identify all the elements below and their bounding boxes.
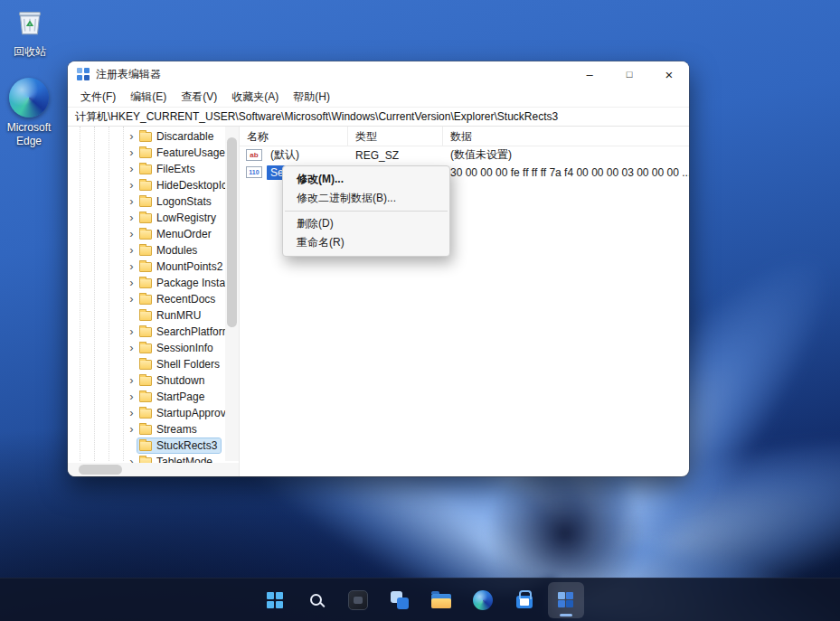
tree-item-label: SessionInfo — [156, 342, 213, 354]
tree-item[interactable]: StartupApprove — [68, 405, 225, 421]
taskbar-store-button[interactable] — [506, 582, 543, 618]
edge-icon — [9, 78, 49, 118]
desktop-icon-microsoft-edge[interactable]: Microsoft Edge — [0, 78, 61, 148]
menu-item[interactable]: 帮助(H) — [286, 88, 337, 107]
address-bar[interactable]: 计算机\HKEY_CURRENT_USER\Software\Microsoft… — [68, 107, 689, 127]
tree-item-label: LowRegistry — [156, 212, 216, 224]
chevron-right-icon[interactable] — [126, 181, 137, 190]
tree-item[interactable]: SearchPlatform — [68, 324, 225, 340]
scrollbar-thumb[interactable] — [79, 465, 122, 475]
menu-item[interactable]: 文件(F) — [73, 88, 123, 107]
tree-item[interactable]: FeatureUsage — [68, 145, 225, 161]
tree-item-label: Discardable — [156, 130, 213, 143]
chevron-right-icon[interactable] — [126, 246, 137, 255]
title-bar[interactable]: 注册表编辑器 — [68, 61, 689, 87]
context-menu-item[interactable]: 修改二进制数据(B)... — [283, 189, 449, 208]
tree-item-label: FeatureUsage — [156, 146, 225, 159]
context-menu-item[interactable] — [285, 211, 448, 212]
menu-item[interactable]: 收藏夹(A) — [224, 88, 286, 107]
folder-icon — [139, 343, 152, 353]
folder-icon — [139, 230, 152, 240]
folder-icon — [139, 327, 152, 337]
tree-item[interactable]: Streams — [68, 421, 225, 438]
scrollbar-corner — [225, 463, 239, 476]
menu-item[interactable]: 查看(V) — [174, 88, 224, 107]
close-button[interactable] — [649, 61, 689, 87]
scrollbar-thumb[interactable] — [227, 137, 237, 327]
context-menu-item[interactable]: 修改(M)... — [283, 170, 449, 189]
column-header-name[interactable]: 名称 — [240, 127, 348, 146]
regedit-app-icon — [77, 68, 90, 80]
tree-item-label: StartupApprove — [156, 407, 225, 419]
taskbar-registry-editor-button[interactable] — [548, 582, 584, 618]
tree-item[interactable]: Shutdown — [68, 372, 225, 389]
chevron-right-icon[interactable] — [126, 278, 137, 287]
taskbar — [0, 578, 840, 621]
tree-item[interactable]: Shell Folders — [68, 356, 225, 372]
microsoft-store-icon — [516, 596, 533, 608]
desktop-icon-recycle-bin[interactable]: 回收站 — [0, 5, 61, 59]
chevron-right-icon[interactable] — [126, 425, 137, 434]
menu-bar: 文件(F) 编辑(E) 查看(V) 收藏夹(A) 帮助(H) — [68, 87, 689, 107]
tree-item[interactable]: MenuOrder — [68, 226, 225, 242]
tree-item[interactable]: Package Installa — [68, 275, 225, 291]
chevron-right-icon[interactable] — [126, 262, 137, 271]
tree-item-label: Package Installa — [156, 277, 225, 289]
tree-item[interactable]: RunMRU — [68, 307, 225, 324]
tree-item[interactable]: StartPage — [68, 389, 225, 405]
file-explorer-icon — [431, 594, 451, 608]
folder-icon — [139, 311, 152, 321]
taskbar-search-button[interactable] — [298, 582, 335, 618]
edge-icon — [473, 590, 493, 610]
value-type-icon — [246, 149, 262, 161]
tree-item-label: LogonStats — [156, 195, 212, 208]
taskbar-edge-button[interactable] — [465, 582, 501, 618]
context-menu-item[interactable]: 删除(D) — [283, 214, 449, 233]
start-button[interactable] — [257, 582, 293, 618]
tree-item[interactable]: MountPoints2 — [68, 259, 225, 275]
chevron-right-icon[interactable] — [126, 230, 137, 239]
taskbar-file-explorer-button[interactable] — [423, 582, 459, 618]
chevron-right-icon[interactable] — [126, 197, 137, 206]
chevron-right-icon[interactable] — [126, 343, 137, 353]
chevron-right-icon[interactable] — [126, 376, 137, 385]
value-row[interactable]: (默认) REG_SZ (数值未设置) — [240, 146, 689, 164]
folder-icon — [139, 278, 152, 288]
tree-item-label: Shell Folders — [156, 358, 220, 371]
tree-item[interactable]: FileExts — [68, 161, 225, 177]
chevron-right-icon[interactable] — [126, 392, 137, 401]
folder-icon — [139, 409, 152, 419]
column-header-type[interactable]: 类型 — [348, 127, 443, 146]
tree-vertical-scrollbar[interactable] — [225, 127, 239, 461]
tree-item[interactable]: LogonStats — [68, 193, 225, 210]
chevron-right-icon[interactable] — [126, 213, 137, 222]
tree-item[interactable]: SessionInfo — [68, 340, 225, 356]
maximize-button[interactable] — [609, 61, 649, 87]
context-menu-item-label: 重命名(R) — [297, 235, 344, 250]
chevron-right-icon[interactable] — [126, 165, 137, 174]
chevron-right-icon[interactable] — [126, 148, 137, 157]
tree-item[interactable]: Discardable — [68, 128, 225, 145]
tree-item[interactable]: Modules — [68, 242, 225, 259]
minimize-button[interactable] — [570, 61, 609, 87]
chevron-right-icon[interactable] — [126, 295, 137, 304]
menu-item[interactable]: 编辑(E) — [123, 88, 174, 107]
chevron-right-icon[interactable] — [126, 132, 137, 141]
column-header-data[interactable]: 数据 — [443, 127, 689, 146]
context-menu-item[interactable]: 重命名(R) — [283, 233, 449, 252]
tree-item[interactable]: RecentDocs — [68, 291, 225, 307]
tree-item[interactable]: LowRegistry — [68, 210, 225, 226]
taskbar-task-view-button[interactable] — [340, 582, 376, 618]
tree-item[interactable]: HideDesktopIco — [68, 177, 225, 193]
tree-item-label: StuckRects3 — [156, 439, 217, 452]
tree-horizontal-scrollbar[interactable] — [68, 463, 225, 476]
chevron-right-icon[interactable] — [126, 327, 137, 336]
taskbar-widgets-button[interactable] — [382, 582, 418, 618]
folder-icon — [139, 197, 152, 207]
folder-icon — [139, 360, 152, 370]
tree-item-label: MenuOrder — [156, 228, 212, 240]
tree-item[interactable]: StuckRects3 — [68, 438, 225, 454]
tree-item-label: Modules — [156, 244, 197, 257]
chevron-right-icon[interactable] — [126, 409, 137, 418]
recycle-bin-icon — [13, 5, 47, 42]
